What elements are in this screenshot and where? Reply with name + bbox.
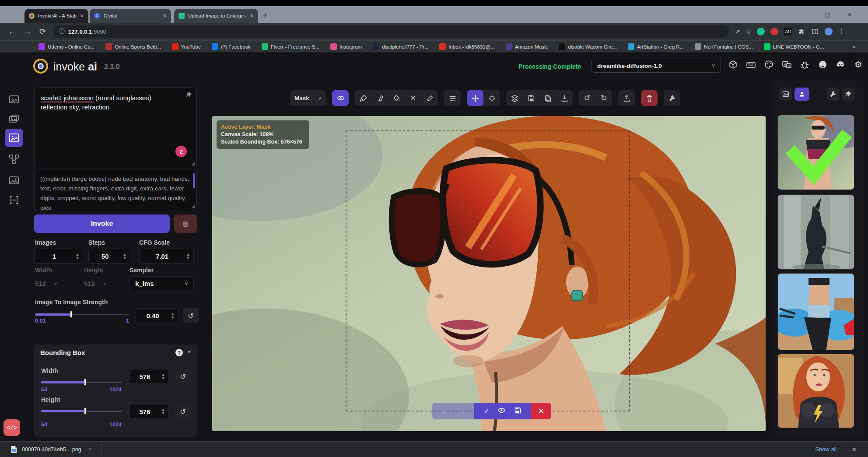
stepper-icons[interactable]: ▲▼ — [74, 253, 83, 260]
invoke-button[interactable]: Invoke — [34, 214, 170, 233]
resize-grip[interactable] — [191, 162, 195, 165]
gallery-images-tab[interactable] — [779, 88, 792, 101]
console-toggle-button[interactable]: </> — [4, 419, 20, 436]
bookmark-item[interactable]: Neil Fontaine | CGS... — [695, 43, 753, 50]
copy-to-clipboard-icon[interactable] — [539, 90, 556, 106]
window-controls[interactable]: – ▢ ✕ — [804, 11, 860, 18]
extensions-puzzle-icon[interactable] — [798, 28, 805, 35]
bounding-box-header[interactable]: Bounding Box ? ^ — [34, 345, 197, 361]
bookmark-item[interactable]: (7) Facebook — [212, 43, 251, 50]
prompt-input[interactable]: scarlett johansson (round sunglasses) re… — [34, 88, 197, 167]
mask-options-button[interactable] — [332, 90, 349, 106]
download-image-icon[interactable] — [556, 90, 573, 106]
model-select[interactable]: dreamlike-diffusion-1.0 ∨ — [592, 59, 721, 73]
stepper-icons[interactable]: ▲▼ — [121, 253, 130, 260]
stepper-icons[interactable]: ▲▼ — [185, 253, 193, 260]
bookmark-item[interactable]: LINE WEBTOON - G... — [764, 43, 824, 50]
bbox-width-input[interactable]: 576 ▲▼ — [130, 369, 169, 384]
grammarly-icon[interactable] — [757, 28, 765, 35]
slider-thumb[interactable] — [84, 379, 86, 386]
discard-staging-button[interactable]: ✕ — [531, 403, 551, 419]
redo-icon[interactable]: ↻ — [595, 90, 612, 106]
bbox-height-slider[interactable] — [41, 408, 122, 415]
bookmark-item[interactable]: Instagram — [330, 43, 362, 50]
gallery-pin-icon[interactable] — [842, 88, 855, 101]
save-to-gallery-icon[interactable] — [523, 90, 539, 106]
color-picker-icon[interactable] — [421, 90, 438, 106]
canvas-settings-wrench-icon[interactable] — [664, 90, 680, 106]
language-translate-icon[interactable]: A文 — [781, 59, 792, 70]
bookmark-item[interactable]: Online Sports Betti... — [105, 43, 161, 50]
collapse-chevron-icon[interactable]: ^ — [187, 349, 191, 356]
eraser-tool-icon[interactable] — [371, 90, 388, 106]
tab-close-icon[interactable]: ✕ — [163, 13, 167, 19]
profile-avatar[interactable] — [825, 28, 833, 35]
close-download-bar-icon[interactable]: ✕ — [851, 446, 857, 453]
bookmark-item[interactable]: Inbox - klk56831@... — [439, 43, 495, 50]
tab-image-to-image[interactable] — [5, 110, 23, 128]
settings-gear-icon[interactable]: ⚙ — [853, 59, 864, 70]
mute-extension-icon[interactable] — [770, 28, 778, 35]
pin-icon[interactable] — [186, 91, 192, 100]
tab-close-icon[interactable]: ✕ — [250, 13, 254, 19]
accept-check-icon[interactable]: ✓ — [484, 407, 490, 415]
bbox-height-reset-button[interactable]: ↺ — [175, 404, 191, 419]
tab-text-to-image[interactable]: A — [5, 91, 23, 108]
bookmark-star-icon[interactable]: ☆ — [746, 28, 752, 35]
bbox-height-input[interactable]: 576 ▲▼ — [130, 404, 169, 419]
gallery-user-tab[interactable] — [794, 88, 809, 101]
tab-civitai[interactable]: C Civitai ✕ — [90, 9, 171, 23]
gallery-thumbnail[interactable] — [777, 354, 854, 428]
sampler-select[interactable]: k_lms∨ — [130, 276, 194, 290]
tab-training[interactable] — [5, 191, 23, 209]
download-caret-icon[interactable]: ^ — [89, 447, 91, 452]
resize-grip[interactable] — [191, 204, 195, 208]
forward-icon[interactable]: → — [24, 27, 32, 36]
adblock-icon[interactable]: AD — [784, 28, 792, 35]
bounding-box-overlay[interactable] — [346, 130, 630, 411]
bookmark-item[interactable]: Amazon Music — [506, 43, 548, 50]
gallery-thumbnail-selected[interactable] — [777, 115, 854, 190]
discord-icon[interactable] — [835, 59, 846, 70]
gallery-thumbnail[interactable] — [777, 273, 854, 350]
bookmark-item[interactable]: discipleneil777 - Pr... — [373, 43, 428, 50]
slider-thumb[interactable] — [70, 311, 72, 318]
github-icon[interactable] — [817, 59, 828, 70]
bookmark-item[interactable]: Udemy - Online Co... — [38, 43, 94, 50]
fill-bucket-icon[interactable] — [388, 90, 405, 106]
negative-prompt-input[interactable]: ((implants)) (large boobs) nude bad anat… — [34, 170, 197, 210]
next-image-icon[interactable]: → — [458, 407, 465, 415]
address-bar[interactable]: ⓘ 127.0.0.1:9090 — [53, 25, 729, 38]
scrollbar-thumb[interactable] — [193, 173, 195, 188]
bookmark-item[interactable]: YouTube — [172, 43, 201, 50]
tab-close-icon[interactable]: ✕ — [80, 13, 84, 19]
unified-canvas[interactable]: Active Layer: Mask Canvas Scale: 108% Sc… — [212, 116, 766, 431]
stepper-icons[interactable]: ▲▼ — [160, 373, 168, 380]
back-icon[interactable]: ← — [8, 27, 16, 36]
theme-palette-icon[interactable] — [763, 59, 774, 70]
bbox-width-slider[interactable] — [41, 379, 122, 386]
strength-slider[interactable] — [35, 311, 129, 318]
report-bug-icon[interactable] — [799, 59, 810, 70]
merge-layers-icon[interactable] — [506, 90, 523, 106]
undo-icon[interactable]: ↺ — [579, 90, 595, 106]
tab-post-processing[interactable] — [5, 172, 23, 189]
cfg-input[interactable]: 7.01 ▲▼ — [139, 249, 194, 264]
tab-invokeai[interactable]: InvokeAI - A Stable Diffusion Too ✕ — [24, 9, 88, 23]
previous-image-icon[interactable]: ← — [441, 407, 448, 415]
strength-input[interactable]: 0.40 ▲▼ — [136, 308, 178, 323]
upload-image-icon[interactable] — [618, 90, 635, 106]
reset-view-icon[interactable] — [483, 90, 500, 106]
help-icon[interactable]: ? — [175, 349, 183, 356]
reload-icon[interactable]: ⟳ — [39, 27, 46, 36]
clear-mask-icon[interactable]: ✕ — [405, 90, 421, 106]
show-all-downloads-link[interactable]: Show all — [815, 446, 836, 453]
save-staging-floppy-icon[interactable] — [514, 407, 522, 415]
model-manager-cube-icon[interactable] — [727, 59, 738, 70]
download-item[interactable]: 000979.40d74eb5....png ^ — [10, 446, 91, 453]
bookmark-item[interactable]: ArtStation - Greg R... — [628, 43, 684, 50]
images-input[interactable]: 1 ▲▼ — [34, 249, 83, 264]
cancel-button[interactable]: ⊗ — [174, 214, 197, 233]
tab-upload-image[interactable]: Upload Image to Enlarge & Enha ✕ — [174, 9, 258, 23]
brush-tool-icon[interactable] — [355, 90, 371, 106]
